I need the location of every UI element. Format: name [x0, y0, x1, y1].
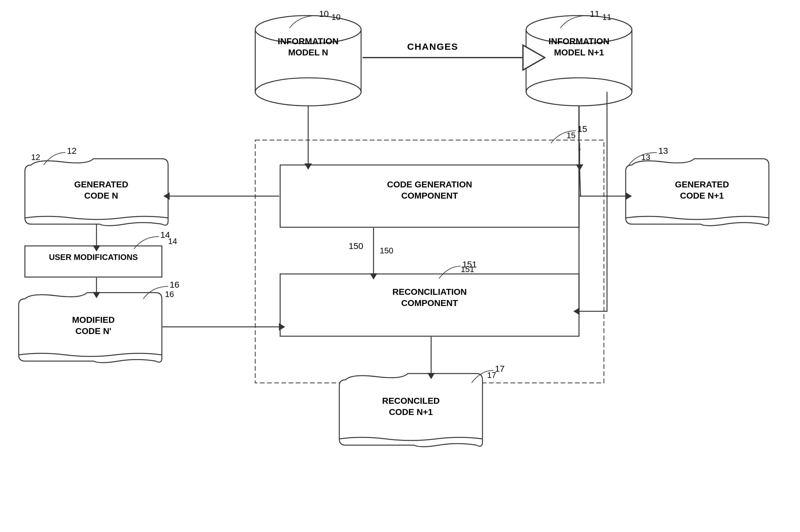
svg-text:15: 15 — [577, 124, 587, 134]
svg-text:12: 12 — [67, 146, 77, 156]
user-modifications-label: USER MODIFICATIONS — [26, 252, 160, 263]
svg-text:13: 13 — [659, 146, 668, 156]
svg-marker-29 — [279, 323, 285, 330]
ref-14-curve: 14 — [125, 232, 180, 254]
ref-15-curve: 15 — [541, 126, 598, 148]
svg-text:150: 150 — [349, 241, 363, 251]
svg-text:151: 151 — [462, 260, 477, 269]
ref-16-curve: 16 — [134, 282, 190, 304]
label-150: 150 — [380, 246, 393, 255]
code-gen-component-label: CODE GENERATION COMPONENT — [282, 179, 577, 202]
generated-code-n1-label: GENERATED CODE N+1 — [632, 179, 772, 202]
svg-text:11: 11 — [590, 9, 599, 19]
diagram-container: 10 11 12 13 14 15 16 151 17 150 INFORMAT… — [0, 0, 800, 532]
svg-marker-27 — [93, 292, 100, 298]
ref-151-curve: 151 — [430, 262, 485, 283]
svg-marker-35 — [576, 164, 583, 171]
ref-12-curve: 12 — [19, 146, 81, 171]
svg-marker-13 — [304, 164, 312, 170]
svg-text:16: 16 — [170, 280, 179, 289]
generated-code-n-label: GENERATED CODE N — [31, 179, 171, 202]
svg-line-16 — [579, 149, 580, 196]
label-150-svg: 150 — [349, 240, 380, 255]
ref-13-curve: 13 — [620, 146, 682, 171]
changes-label: CHANGES — [402, 40, 464, 53]
reconciled-code-label: RECONCILED CODE N+1 — [341, 395, 481, 418]
info-model-n-label: INFORMATION MODEL N — [266, 36, 350, 58]
modified-code-n-label: MODIFIED CODE N' — [25, 315, 162, 337]
reconciliation-component-label: RECONCILIATION COMPONENT — [282, 286, 577, 309]
svg-point-2 — [255, 78, 361, 106]
svg-point-5 — [526, 78, 632, 106]
svg-marker-23 — [370, 273, 377, 280]
ref-10-curve: 10 — [280, 10, 342, 34]
diagram-svg — [0, 0, 800, 532]
info-model-n1-label: INFORMATION MODEL N+1 — [537, 36, 621, 58]
svg-marker-31 — [427, 373, 435, 379]
svg-text:14: 14 — [160, 230, 170, 240]
svg-marker-25 — [93, 245, 100, 251]
svg-text:17: 17 — [495, 364, 504, 374]
ref-17-curve: 17 — [462, 366, 518, 387]
svg-text:10: 10 — [319, 9, 329, 19]
svg-marker-21 — [626, 192, 632, 200]
ref-11-curve: 11 — [551, 10, 613, 34]
